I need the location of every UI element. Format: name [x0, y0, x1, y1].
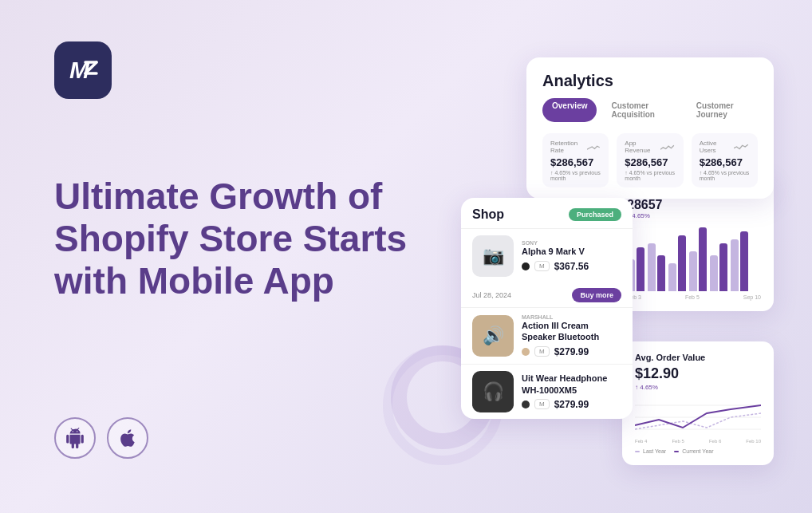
bar-last-4	[689, 251, 697, 291]
product-brand-1: SONY	[522, 240, 621, 246]
bar-group-2	[648, 243, 665, 291]
retention-rate-value: $286,567	[550, 156, 601, 168]
android-icon[interactable]	[54, 417, 96, 459]
x-axis-labels: Feb 3 Feb 5 Sep 10	[627, 294, 761, 300]
bar-current-1	[637, 247, 644, 291]
color-dot-1	[522, 262, 530, 270]
legend-last-year: Last Year	[635, 448, 666, 454]
date-label: Jul 28, 2024	[472, 291, 511, 299]
revenue-sparkline	[660, 142, 676, 152]
bar-current-6	[740, 231, 748, 291]
apple-icon[interactable]	[107, 417, 148, 459]
product-name-1: Alpha 9 Mark V	[522, 246, 621, 257]
orders-sub: ↑ 4.65%	[627, 212, 683, 219]
size-tag-1: M	[534, 261, 550, 271]
product-img-3: 🎧	[472, 371, 514, 412]
retention-rate-label: Retention Rate	[550, 140, 601, 154]
product-brand-2: MARSHALL	[522, 314, 621, 320]
product-meta-2: M $279.99	[522, 346, 621, 357]
legend-dot-last	[635, 451, 640, 452]
tab-customer-journey[interactable]: Customer Journey	[687, 98, 758, 122]
bar-group-5	[710, 243, 727, 291]
active-users-label: Active Users	[700, 140, 750, 154]
bar-group-4	[689, 227, 707, 291]
shop-label: Shop	[472, 207, 504, 222]
buy-more-button[interactable]: Buy more	[572, 288, 621, 302]
legend-dot-current	[674, 451, 679, 452]
product-img-2: 🔊	[472, 315, 514, 357]
hero-section: Ultimate Growth of Shopify Store Starts …	[54, 176, 453, 302]
purchased-badge: Purchased	[569, 208, 621, 221]
retention-rate-change: ↑ 4.65% vs previous month	[550, 170, 601, 181]
users-sparkline	[734, 142, 750, 152]
bar-current-3	[678, 235, 686, 291]
app-revenue-change: ↑ 4.65% vs previous month	[625, 170, 675, 181]
bar-current-2	[657, 255, 665, 291]
avg-order-title: Avg. Order Value	[635, 353, 761, 362]
app-revenue-value: $286,567	[625, 156, 675, 168]
tab-customer-acquisition[interactable]: Customer Acquisition	[601, 98, 681, 122]
retention-sparkline	[587, 142, 601, 152]
metrics-row: Retention Rate $286,567 ↑ 4.65% vs previ…	[542, 133, 758, 187]
product-info-1: SONY Alpha 9 Mark V M $367.56	[522, 240, 621, 271]
product-info-3: Uit Wear Headphone WH-1000XM5 M $279.99	[522, 373, 621, 410]
shop-card: Shop Purchased 📷 SONY Alpha 9 Mark V M $…	[461, 198, 633, 419]
retention-rate-card: Retention Rate $286,567 ↑ 4.65% vs previ…	[542, 133, 609, 187]
product-name-3: Uit Wear Headphone WH-1000XM5	[522, 373, 621, 396]
active-users-value: $286,567	[700, 156, 750, 168]
active-users-card: Active Users $286,567 ↑ 4.65% vs previou…	[692, 133, 758, 187]
orders-value: 28657	[627, 198, 683, 212]
tab-overview[interactable]: Overview	[542, 98, 597, 122]
product-meta-1: M $367.56	[522, 261, 621, 272]
avg-order-card: Avg. Order Value $12.90 ↑ 4.65% Feb 4 Fe…	[622, 341, 774, 465]
color-dot-3	[522, 401, 530, 408]
analytics-card: Analytics Overview Customer Acquisition …	[526, 57, 774, 199]
bar-group-3	[668, 235, 686, 291]
bar-chart	[627, 227, 761, 291]
active-users-change: ↑ 4.65% vs previous month	[700, 170, 750, 181]
app-revenue-card: App Revenue $286,567 ↑ 4.65% vs previous…	[617, 133, 683, 187]
date-divider: Jul 28, 2024 Buy more	[461, 283, 633, 307]
bar-group-6	[731, 231, 748, 291]
size-tag-2: M	[534, 346, 550, 357]
size-tag-3: M	[534, 399, 550, 409]
hero-title: Ultimate Growth of Shopify Store Starts …	[54, 176, 453, 302]
color-dot-2	[522, 348, 530, 356]
product-meta-3: M $279.99	[522, 399, 621, 410]
shop-header: Shop Purchased	[461, 198, 633, 228]
legend-current-year: Current Year	[674, 448, 713, 454]
logo: M	[54, 41, 112, 99]
product-name-2: Action III Cream Speaker Bluetooth	[522, 320, 621, 343]
product-item-2: 🔊 MARSHALL Action III Cream Speaker Blue…	[461, 307, 633, 364]
avg-chart-svg	[635, 397, 761, 437]
chart-legend: Last Year Current Year	[635, 448, 761, 454]
x-labels-avg: Feb 4 Feb 5 Feb 6 Feb 10	[635, 439, 761, 444]
bar-last-2	[648, 243, 656, 291]
avg-line-chart	[635, 397, 761, 437]
bar-last-5	[710, 255, 718, 291]
platform-icons	[54, 417, 148, 459]
product-img-1: 📷	[472, 235, 514, 277]
logo-text: M	[66, 51, 100, 90]
product-price-2: $279.99	[554, 346, 589, 357]
product-price-1: $367.56	[554, 261, 589, 272]
avg-order-value: $12.90	[635, 365, 761, 382]
analytics-title: Analytics	[542, 72, 758, 90]
avg-order-change: ↑ 4.65%	[635, 384, 761, 391]
product-item-3: 🎧 Uit Wear Headphone WH-1000XM5 M $279.9…	[461, 364, 633, 419]
bar-last-6	[731, 239, 739, 291]
bar-current-4	[699, 227, 707, 291]
apple-svg	[117, 428, 138, 448]
analytics-tabs: Overview Customer Acquisition Customer J…	[542, 98, 758, 122]
bar-current-5	[719, 243, 727, 291]
app-revenue-label: App Revenue	[625, 140, 675, 154]
product-item-1: 📷 SONY Alpha 9 Mark V M $367.56	[461, 228, 633, 283]
product-info-2: MARSHALL Action III Cream Speaker Blueto…	[522, 314, 621, 357]
android-svg	[65, 428, 85, 448]
bar-last-3	[668, 263, 676, 291]
product-price-3: $279.99	[554, 399, 589, 410]
